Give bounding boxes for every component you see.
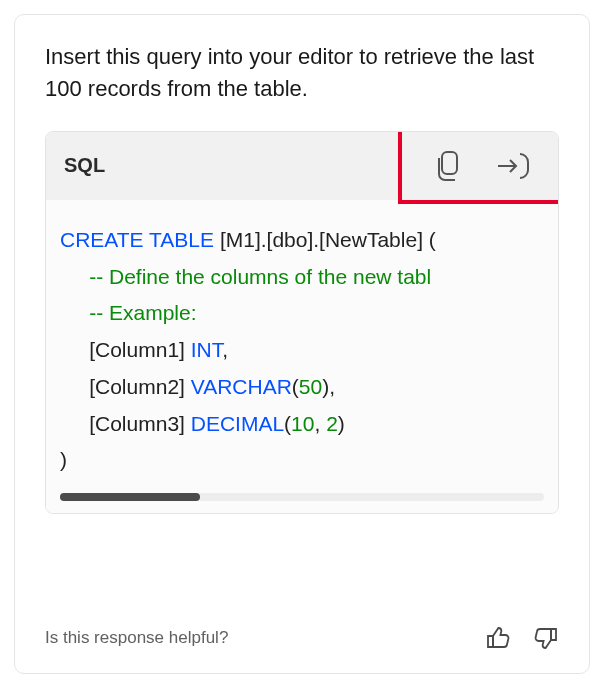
code-block-header: SQL: [46, 132, 558, 200]
copy-button[interactable]: [430, 146, 466, 186]
thumbs-up-icon: [485, 625, 511, 651]
insert-into-editor-button[interactable]: [492, 148, 534, 184]
code-language-label: SQL: [64, 154, 105, 177]
code-block-card: SQL: [45, 131, 559, 514]
intro-text: Insert this query into your editor to re…: [45, 41, 559, 105]
thumbs-up-button[interactable]: [485, 625, 511, 651]
scroll-thumb[interactable]: [60, 493, 200, 501]
feedback-actions: [485, 625, 559, 651]
code-body: CREATE TABLE [M1].[dbo].[NewTable] ( -- …: [46, 200, 558, 513]
feedback-question: Is this response helpful?: [45, 628, 228, 648]
feedback-row: Is this response helpful?: [45, 593, 559, 651]
copy-icon: [434, 150, 462, 182]
svg-rect-0: [442, 152, 457, 174]
thumbs-down-button[interactable]: [533, 625, 559, 651]
code-actions-group: [430, 146, 540, 186]
insert-into-editor-icon: [496, 152, 530, 180]
assistant-response-card: Insert this query into your editor to re…: [14, 14, 590, 674]
thumbs-down-icon: [533, 625, 559, 651]
sql-code: CREATE TABLE [M1].[dbo].[NewTable] ( -- …: [60, 222, 558, 479]
horizontal-scrollbar[interactable]: [60, 493, 544, 501]
